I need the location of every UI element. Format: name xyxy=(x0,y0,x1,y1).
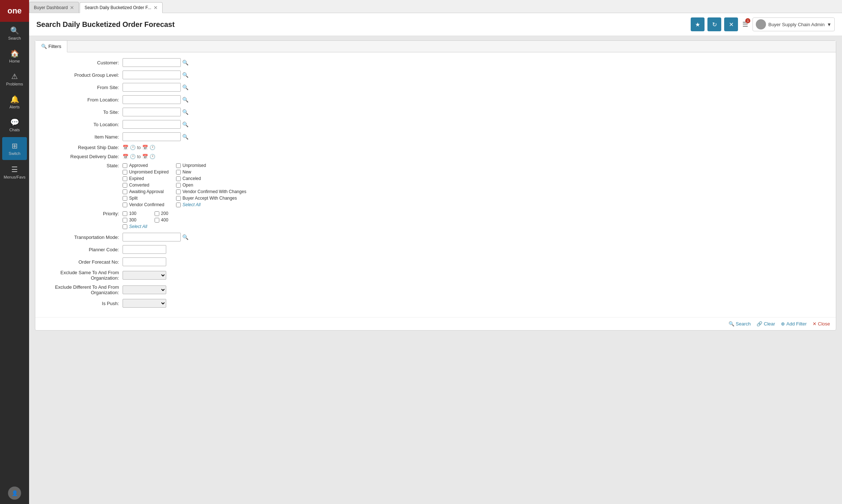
from-location-label: From Location: xyxy=(43,97,123,103)
add-filter-button[interactable]: ⊕ Add Filter xyxy=(781,321,807,327)
state-open-checkbox[interactable] xyxy=(176,183,181,188)
delivery-date-to-text: to xyxy=(137,154,141,159)
sidebar-item-switch[interactable]: ⊞ Switch xyxy=(2,137,27,160)
tab-buyer-dashboard-close[interactable]: ✕ xyxy=(70,5,74,10)
exclude-same-select[interactable]: Yes No xyxy=(123,271,166,280)
sidebar-item-home[interactable]: 🏠 Home xyxy=(0,45,29,68)
priority-select-all-checkbox[interactable] xyxy=(123,224,127,229)
priority-100-checkbox[interactable] xyxy=(123,211,127,216)
customer-input[interactable] xyxy=(123,58,181,67)
priority-checkboxes: 100 300 Select All xyxy=(123,211,176,229)
sidebar-item-chats[interactable]: 💬 Chats xyxy=(0,113,29,136)
state-select-all-row: Select All xyxy=(176,202,246,207)
to-location-search-button[interactable]: 🔍 xyxy=(182,121,188,127)
transportation-mode-input[interactable] xyxy=(123,233,181,241)
from-site-search-button[interactable]: 🔍 xyxy=(182,84,188,90)
state-select-all-checkbox[interactable] xyxy=(176,203,181,207)
avatar-image: 👤 xyxy=(8,487,21,500)
order-forecast-no-input[interactable] xyxy=(123,257,166,266)
clear-icon: 🔗 xyxy=(757,321,762,327)
close-button-label: Close xyxy=(818,321,830,327)
state-unpromised-expired-checkbox[interactable] xyxy=(123,170,127,175)
priority-300-label: 300 xyxy=(129,217,136,223)
state-buyer-accept-changes-checkbox[interactable] xyxy=(176,196,181,201)
from-location-search-button[interactable]: 🔍 xyxy=(182,97,188,103)
user-avatar xyxy=(756,19,766,29)
favorite-button[interactable]: ★ xyxy=(691,17,705,31)
ship-date-to-time-button[interactable]: 🕐 xyxy=(149,145,155,150)
request-delivery-date-row: Request Delivery Date: 📅 🕐 to 📅 🕐 xyxy=(43,154,829,159)
menu-icon: ☰ xyxy=(11,165,18,174)
priority-400-checkbox[interactable] xyxy=(155,218,159,223)
state-approved-checkbox[interactable] xyxy=(123,163,127,168)
filters-tab[interactable]: 🔍 Filters xyxy=(35,41,67,52)
sidebar-item-alerts[interactable]: 🔔 Alerts xyxy=(0,91,29,113)
state-awaiting-approval-checkbox[interactable] xyxy=(123,189,127,194)
user-dropdown[interactable]: Buyer Supply Chain Admin ▼ xyxy=(753,17,835,31)
sidebar-avatar[interactable]: 👤 xyxy=(0,482,29,504)
tab-buyer-dashboard[interactable]: Buyer Dashboard ✕ xyxy=(29,2,79,13)
to-site-row: To Site: 🔍 xyxy=(43,108,829,116)
state-approved-label: Approved xyxy=(129,163,148,168)
product-group-search-button[interactable]: 🔍 xyxy=(182,72,188,78)
transportation-mode-search-button[interactable]: 🔍 xyxy=(182,234,188,240)
close-button[interactable]: ✕ Close xyxy=(813,321,830,327)
refresh-button[interactable]: ↻ xyxy=(707,17,721,31)
sidebar-item-switch-label: Switch xyxy=(9,151,20,156)
is-push-select[interactable]: Yes No xyxy=(123,299,166,308)
delivery-date-from-time-button[interactable]: 🕐 xyxy=(130,154,136,159)
priority-select-all-label[interactable]: Select All xyxy=(129,224,147,229)
to-site-search-button[interactable]: 🔍 xyxy=(182,109,188,115)
transportation-mode-input-group: 🔍 xyxy=(123,233,188,241)
state-split-checkbox[interactable] xyxy=(123,196,127,201)
sidebar-item-problems[interactable]: ⚠ Problems xyxy=(0,68,29,91)
from-location-input[interactable] xyxy=(123,95,181,104)
item-name-search-button[interactable]: 🔍 xyxy=(182,134,188,140)
search-button[interactable]: 🔍 Search xyxy=(729,321,751,327)
item-name-row: Item Name: 🔍 xyxy=(43,132,829,141)
delivery-date-from-cal-button[interactable]: 📅 xyxy=(123,154,128,159)
state-converted-checkbox[interactable] xyxy=(123,183,127,188)
transportation-mode-row: Transportation Mode: 🔍 xyxy=(43,233,829,241)
ship-date-from-cal-button[interactable]: 📅 xyxy=(123,145,128,150)
delivery-date-to-time-button[interactable]: 🕐 xyxy=(149,154,155,159)
planner-code-input[interactable] xyxy=(123,245,166,254)
state-vendor-confirmed-checkbox[interactable] xyxy=(123,203,127,207)
tab-search-forecast[interactable]: Search Daily Bucketized Order F... ✕ xyxy=(80,2,162,13)
state-canceled-checkbox[interactable] xyxy=(176,176,181,181)
to-location-row: To Location: 🔍 xyxy=(43,120,829,129)
state-vendor-confirmed-label: Vendor Confirmed xyxy=(129,202,164,207)
priority-300-checkbox[interactable] xyxy=(123,218,127,223)
state-select-all-label[interactable]: Select All xyxy=(183,202,201,207)
to-site-input[interactable] xyxy=(123,108,181,116)
ship-date-from-time-button[interactable]: 🕐 xyxy=(130,145,136,150)
exclude-different-select[interactable]: Yes No xyxy=(123,285,166,294)
sidebar-item-menus[interactable]: ☰ Menus/Favs xyxy=(0,161,29,184)
state-open-label: Open xyxy=(183,183,193,188)
state-unpromised-checkbox[interactable] xyxy=(176,163,181,168)
menu-button[interactable]: ☰ 1 xyxy=(741,19,750,30)
ship-date-to-cal-button[interactable]: 📅 xyxy=(142,145,148,150)
app-logo: one xyxy=(0,0,29,22)
sidebar-item-search[interactable]: 🔍 Search xyxy=(0,22,29,45)
close-icon: ✕ xyxy=(813,321,817,327)
product-group-input-group: 🔍 xyxy=(123,71,188,79)
tab-buyer-dashboard-label: Buyer Dashboard xyxy=(34,5,68,10)
tab-search-forecast-close[interactable]: ✕ xyxy=(153,5,158,10)
priority-400-row: 400 xyxy=(155,217,168,223)
from-site-input[interactable] xyxy=(123,83,181,92)
item-name-input[interactable] xyxy=(123,132,181,141)
state-vendor-confirmed-changes-checkbox[interactable] xyxy=(176,189,181,194)
customer-search-button[interactable]: 🔍 xyxy=(182,60,188,65)
state-new-checkbox[interactable] xyxy=(176,170,181,175)
page-title: Search Daily Bucketized Order Forecast xyxy=(36,20,175,29)
priority-200-checkbox[interactable] xyxy=(155,211,159,216)
to-location-input[interactable] xyxy=(123,120,181,129)
clear-button[interactable]: 🔗 Clear xyxy=(757,321,775,327)
state-expired-checkbox[interactable] xyxy=(123,176,127,181)
product-group-input[interactable] xyxy=(123,71,181,79)
state-vendor-confirmed-row: Vendor Confirmed xyxy=(123,202,169,207)
sidebar-item-alerts-label: Alerts xyxy=(9,105,20,109)
delivery-date-to-cal-button[interactable]: 📅 xyxy=(142,154,148,159)
close-page-button[interactable]: ✕ xyxy=(724,17,738,31)
